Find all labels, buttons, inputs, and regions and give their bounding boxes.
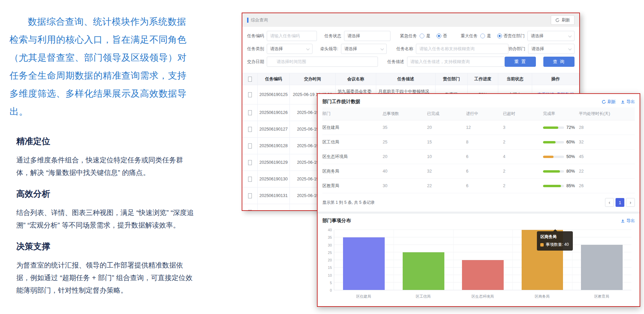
major-no-radio[interactable]: 否 [497,33,508,39]
stats-table-body: 区住建局352012372%28区工信局25158260%32区生态环境局201… [322,120,635,193]
avg-duration-cell: 32 [579,140,635,144]
chevron-down-icon [568,34,572,38]
row-checkbox-cell[interactable] [242,204,258,211]
bar-区教育局[interactable] [581,245,623,290]
progress-bar-track [543,185,564,187]
stats-row[interactable]: 区住建局352012372%28 [322,120,635,135]
assist-dept-select[interactable]: 请选择 [528,44,575,54]
done-cell: 32 [427,169,466,174]
row-checkbox-cell[interactable] [242,154,258,171]
download-icon [621,100,625,104]
row-checkbox-cell[interactable] [242,104,258,121]
total-items-cell: 35 [383,125,427,130]
assign-date-input[interactable] [267,57,378,67]
done-cell: 22 [427,183,466,188]
chart-bars [334,230,631,290]
stats-row[interactable]: 区工信局25158260%32 [322,135,635,150]
task-desc-input[interactable] [407,57,505,67]
y-axis-tick-label: 20 [322,258,332,262]
stats-table: 部门 总事项数 已完成 进行中 已超时 完成率 平均处理时长(天) 区住建局35… [318,107,640,193]
dept-name-cell: 区商务局 [322,169,383,174]
completion-rate-cell: 85% [543,183,579,188]
checkbox-icon [248,210,252,211]
stats-row[interactable]: 区生态环境局20106450%45 [322,150,635,164]
row-checkbox-cell[interactable] [242,171,258,187]
section-decision-support: 决策支撑 为督查室的统计汇报、领导的工作部署提供精准数据依据，例如通过 “超期任… [16,241,194,296]
chart-export-button[interactable]: 导出 [621,218,635,224]
task-name-input[interactable] [416,44,508,54]
task-desc-label: 任务描述 [387,59,404,65]
stats-export-button[interactable]: 导出 [621,99,635,105]
section-body: 结合列表、详情、图表三种视图，满足 “快速浏览” “深度追溯” “宏观分析” 等… [16,206,194,231]
bar-区住建局[interactable] [343,237,385,290]
checkbox-icon [248,77,252,82]
resp-dept-select[interactable]: 请选择 [527,31,575,41]
download-icon [621,219,625,223]
avg-duration-cell: 28 [579,125,635,130]
chart-x-labels: 区住建局区工信局区生态环境局区商务局区教育局 [334,294,631,299]
task-name-label: 任务名称 [396,46,413,52]
task-code-cell: 202506190127 [258,121,290,137]
bar-区生态环境局[interactable] [462,260,504,290]
in-progress-cell: 6 [466,169,503,174]
task-type-select[interactable]: 请选择 [267,44,313,54]
prev-page-button[interactable]: ‹ [605,198,614,207]
assist-dept-label: 协办部门 [508,46,525,52]
radio-icon-checked [437,34,441,38]
next-page-button[interactable]: › [626,198,635,207]
chevron-down-icon [381,47,384,51]
progress-bar-fill [543,141,556,143]
task-code-cell: 202506190126 [258,104,290,121]
stats-refresh-button[interactable]: 刷新 [602,99,616,105]
resp-dept-label: 责任部门 [508,33,525,39]
checkbox-icon [248,92,252,97]
stats-row[interactable]: 区教育局30226285%26 [322,179,635,193]
in-progress-cell: 6 [466,183,503,188]
row-checkbox-cell[interactable] [242,121,258,137]
query-panel-header: 综合查询 刷新 [242,13,579,27]
y-axis-tick-label: 10 [322,273,332,277]
refresh-icon [602,100,606,104]
stats-row[interactable]: 区商务局40326280%22 [322,164,635,179]
completion-rate-cell: 50% [543,154,579,159]
progress-bar-track [543,126,564,129]
task-status-select[interactable]: 请选择 [344,31,390,41]
checkbox-icon [248,193,252,198]
task-code-input[interactable] [267,31,317,41]
y-axis-tick-label: 40 [322,228,332,232]
progress-bar-fill [543,170,560,173]
dept-name-cell: 区教育局 [322,183,383,189]
stats-title: 部门工作统计数据 [322,99,360,105]
y-axis-tick-label: 0 [322,288,332,292]
row-checkbox-cell[interactable] [242,85,258,104]
task-code-cell: 202506190132 [258,204,290,211]
total-items-cell: 30 [383,183,427,188]
bar-区工信局[interactable] [403,252,444,290]
progress-bar-fill [543,185,561,187]
section-title: 决策支撑 [16,241,194,252]
progress-bar-track [543,141,564,143]
refresh-button[interactable]: 刷新 [551,15,575,25]
row-checkbox-cell[interactable] [242,188,258,204]
page-1-button[interactable]: 1 [616,198,624,207]
chart-tooltip: 区商务局 事项数量: 40 [537,231,573,251]
completion-rate-cell: 72% [543,125,579,130]
major-yes-radio[interactable]: 是 [480,33,491,39]
search-button[interactable]: 查 询 [543,57,575,67]
urgent-yes-radio[interactable]: 是 [420,33,430,39]
section-precise-targeting: 精准定位 通过多维度条件组合，快速定位特定任务或同类任务群体，解决 “海量数据中… [16,136,194,179]
task-code-cell: 202506190131 [258,188,290,204]
row-checkbox-cell[interactable] [242,138,258,154]
select-all-checkbox-cell[interactable] [242,73,258,85]
chevron-down-icon [306,47,310,51]
query-panel-title: 综合查询 [247,17,268,23]
task-code-cell: 202506190125 [258,85,290,104]
urgent-no-radio[interactable]: 否 [437,33,447,39]
checkbox-icon [248,127,252,132]
task-code-label: 任务编码 [247,33,264,39]
done-cell: 10 [427,154,466,159]
bar-slot [394,230,453,290]
lead-leader-label: 牵头领导: [320,46,338,52]
lead-leader-select[interactable]: 请选择 [341,44,387,54]
reset-button[interactable]: 重 置 [505,57,536,67]
